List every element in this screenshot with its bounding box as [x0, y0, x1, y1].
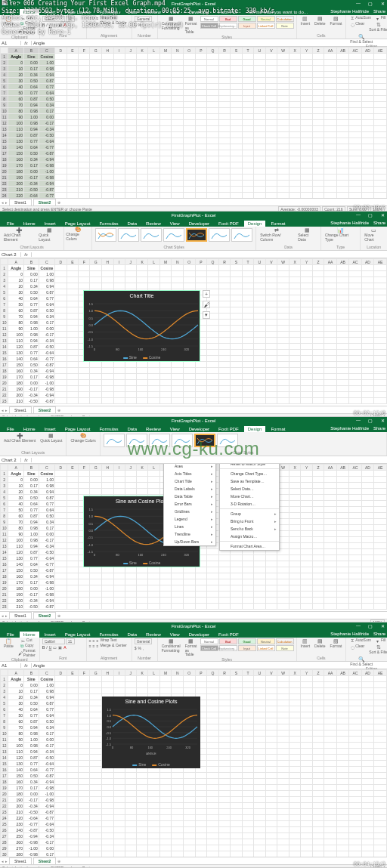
context-item[interactable]: Change Chart Type… — [220, 470, 279, 477]
italic-button[interactable]: I — [46, 23, 47, 27]
tab-data[interactable]: Data — [123, 9, 141, 15]
window-buttons[interactable]: —▢✕ — [355, 212, 385, 218]
font-name-select[interactable]: Calibri — [42, 16, 65, 22]
spreadsheet-grid[interactable]: ABCDEFGHIJKLMNOPQRSTUVWXYZAAABACADAE1Ang… — [0, 47, 387, 198]
context-item[interactable]: Select Data… — [220, 485, 279, 493]
cell-style-gallery[interactable]: Normal Bad Good Neutral Calculation Chec… — [200, 16, 294, 29]
name-box[interactable]: A1 — [0, 41, 21, 45]
chart-brush-icon[interactable]: 🖌 — [203, 301, 210, 308]
tab-page-layout[interactable]: Page Layout — [61, 9, 94, 15]
sheet-tab-2[interactable]: Sheet2 — [33, 199, 56, 206]
spreadsheet-grid[interactable]: ABCDEFGHIJKLMNOPQRSTUVWXYZAAABACADAE1Ang… — [0, 669, 387, 857]
context-item[interactable]: Axis Titles — [164, 470, 215, 477]
spreadsheet-grid[interactable]: ABCDEFGHIJKLMNOPQRSTUVWXYZAAABACADAE1Ang… — [0, 258, 387, 406]
sheet-tabs[interactable]: ◂ ▸ Sheet1 Sheet2 ⊕ — [0, 198, 387, 205]
undo-icon[interactable]: ↶ — [10, 0, 14, 5]
context-item[interactable]: Reset to Match Style — [220, 464, 279, 468]
context-item[interactable]: 3-D Rotation… — [220, 500, 279, 508]
change-colors-button[interactable]: 🎨Change Colors — [64, 227, 91, 241]
add-chart-element-button[interactable]: ➕Add Chart Element — [2, 227, 36, 242]
tab-insert[interactable]: Insert — [41, 9, 60, 15]
comma-button[interactable]: , — [143, 23, 144, 27]
tab-design[interactable]: Design — [244, 221, 266, 227]
chart-style-gallery[interactable] — [103, 433, 384, 450]
context-item[interactable]: Assign Macro… — [220, 533, 279, 540]
sheet-tab-1[interactable]: Sheet1 — [9, 199, 32, 205]
tab-home[interactable]: Home — [20, 9, 39, 15]
context-item[interactable]: Axes — [164, 464, 215, 470]
context-item[interactable]: Move Chart… — [220, 493, 279, 500]
formula-bar[interactable]: Chart 2 fx — [0, 251, 387, 258]
chart-style-thumb[interactable] — [209, 228, 230, 242]
bold-button[interactable]: B — [42, 23, 45, 27]
maximize-icon[interactable]: ▢ — [367, 0, 373, 6]
tab-developer[interactable]: Developer — [185, 9, 213, 15]
chart-style-thumb-selected[interactable] — [186, 228, 207, 242]
close-icon[interactable]: ✕ — [379, 0, 385, 6]
align-mid-button[interactable]: ≡ — [93, 16, 95, 20]
grid-table[interactable]: ABCDEFGHIJKLMNOPQRSTUVWXYZAAABACADAE1Ang… — [0, 47, 387, 198]
save-icon[interactable]: 💾 — [2, 0, 7, 5]
underline-button[interactable]: U — [49, 23, 52, 27]
format-cells-button[interactable]: ▧Format — [328, 16, 343, 26]
context-item[interactable]: Format Chart Area… — [220, 542, 279, 550]
context-item[interactable]: Lines — [164, 523, 215, 530]
chart-object[interactable]: Sine and Cosine Plots -1.5-1.0-0.50.00.5… — [102, 697, 200, 768]
clear-button[interactable]: ◌Clear — [348, 22, 366, 26]
fill-color-button[interactable]: ▣ — [58, 23, 62, 27]
redo-icon[interactable]: ↷ — [17, 0, 20, 5]
tab-file[interactable]: File — [3, 9, 18, 15]
chart-object[interactable]: Chart Title -1.5-1.0-0.50.00.51.01.50801… — [83, 290, 200, 362]
select-data-button[interactable]: ▦Select Data — [296, 227, 318, 242]
percent-button[interactable]: % — [138, 23, 141, 27]
chart-side-buttons[interactable]: + 🖌 ▾ — [203, 290, 210, 319]
tab-view[interactable]: View — [166, 9, 184, 15]
tab-tell-me[interactable]: Tell me what you want to do… — [244, 9, 312, 15]
chart-plus-icon[interactable]: + — [203, 290, 210, 298]
context-menu-main[interactable]: DeleteReset to Match StyleChange Chart T… — [219, 464, 280, 551]
quick-layout-button[interactable]: ▦Quick Layout — [37, 227, 61, 242]
font-color-button[interactable]: A — [63, 23, 66, 27]
chart-style-gallery[interactable] — [94, 227, 253, 245]
user-name[interactable]: Stephanie Halifride — [330, 9, 369, 14]
border-button[interactable]: ▭ — [53, 23, 57, 27]
table-format-button[interactable]: ▦Format as Table — [184, 16, 199, 35]
cut-button[interactable]: ✂Cut — [17, 16, 37, 20]
context-item[interactable]: Chart Title — [164, 477, 215, 485]
ribbon-tabs[interactable]: FileHomeInsertPage LayoutFormulasDataRev… — [0, 425, 387, 432]
currency-button[interactable]: $ — [135, 23, 137, 27]
context-item[interactable]: Group — [220, 510, 279, 517]
name-box[interactable]: Chart 2 — [0, 252, 21, 257]
sheet-nav-right[interactable]: ▸ — [5, 200, 8, 205]
chart-style-thumb[interactable] — [141, 228, 162, 242]
new-sheet-button[interactable]: ⊕ — [57, 200, 60, 205]
fx-icon[interactable]: fx — [21, 41, 32, 45]
minimize-icon[interactable]: — — [355, 212, 361, 218]
fx-icon[interactable]: fx — [21, 252, 32, 257]
context-menu-add-element[interactable]: Add Chart Element AxesAxis TitlesChart T… — [163, 464, 216, 546]
window-buttons[interactable]: — ▢ ✕ — [355, 0, 385, 6]
align-bot-button[interactable]: ≡ — [96, 16, 98, 20]
sort-filter-button[interactable]: ⇅Sort & Filter — [367, 22, 387, 32]
context-item[interactable]: Data Table — [164, 493, 215, 500]
sheet-tabs[interactable]: ◂▸ Sheet1 Sheet2 ⊕ — [0, 406, 387, 413]
switch-row-col-button[interactable]: ⇄Switch Row/ Column — [259, 227, 295, 242]
align-right-button[interactable]: ≡ — [96, 21, 98, 26]
quick-access-toolbar[interactable]: 💾 ↶ ↷ — [2, 0, 20, 5]
maximize-icon[interactable]: ▢ — [367, 212, 373, 218]
formula-bar[interactable]: A1 fx Angle — [0, 39, 387, 47]
autosum-button[interactable]: ΣAutoSum — [348, 16, 373, 20]
chart-style-thumb[interactable] — [95, 228, 116, 242]
align-center-button[interactable]: ≡ — [93, 21, 95, 26]
tab-foxit[interactable]: Foxit PDF — [215, 9, 243, 15]
insert-cells-button[interactable]: ▥Insert — [299, 16, 312, 26]
minimize-icon[interactable]: — — [355, 0, 361, 6]
delete-cells-button[interactable]: ▤Delete — [313, 16, 327, 26]
context-item[interactable]: Send to Back — [220, 525, 279, 533]
context-item[interactable]: Up/Down Bars — [164, 538, 215, 545]
ribbon-tabs[interactable]: File Home Insert Page Layout Formulas Da… — [0, 8, 387, 15]
context-item[interactable]: Save as Template… — [220, 477, 279, 485]
tab-formulas[interactable]: Formulas — [95, 9, 122, 15]
align-left-button[interactable]: ≡ — [89, 21, 91, 26]
format-painter-button[interactable]: 🖌Format Painter — [17, 26, 37, 35]
